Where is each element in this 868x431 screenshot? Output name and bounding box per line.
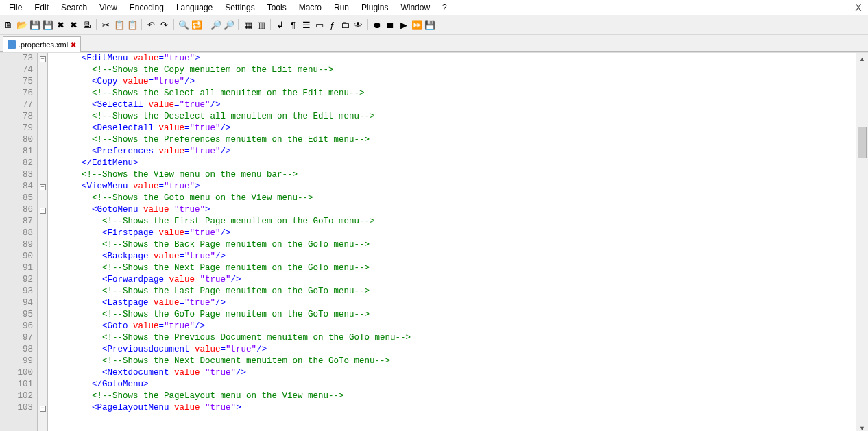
paste-icon[interactable]: 📋 xyxy=(126,19,138,31)
editor: 7374757677787980818283848586878889909192… xyxy=(0,52,868,431)
menu-item-run[interactable]: Run xyxy=(328,1,355,14)
code-line[interactable]: <Previousdocument value="true"/> xyxy=(51,344,856,356)
replace-icon[interactable]: 🔁 xyxy=(191,19,202,31)
fold-empty xyxy=(38,158,47,169)
menu-item-window[interactable]: Window xyxy=(394,1,436,14)
save-macro-icon[interactable]: 💾 xyxy=(424,19,435,31)
open-file-icon[interactable]: 📂 xyxy=(16,19,27,31)
code-line[interactable]: <!--Shows the Select all menuitem on the… xyxy=(51,88,856,99)
fold-empty xyxy=(38,146,47,158)
cut-icon[interactable]: ✂ xyxy=(100,19,112,31)
menu-item-tools[interactable]: Tools xyxy=(261,1,293,14)
code-line[interactable]: <!--Shows the Back Page menuitem on the … xyxy=(51,239,856,251)
wordwrap-icon[interactable]: ↲ xyxy=(274,19,286,31)
close-all-icon[interactable]: ✖ xyxy=(68,19,80,31)
show-all-chars-icon[interactable]: ¶ xyxy=(287,19,299,31)
fold-toggle-icon[interactable]: − xyxy=(38,53,47,64)
save-file-icon[interactable]: 💾 xyxy=(29,19,40,31)
menu-item-view[interactable]: View xyxy=(93,1,123,14)
code-line[interactable]: </GotoMenu> xyxy=(51,379,856,391)
code-line[interactable]: <!--Shows the Preferences menuitem on th… xyxy=(51,134,856,146)
code-line[interactable]: <!--Shows the Next Document menuitem on … xyxy=(51,356,856,367)
vertical-scrollbar[interactable]: ▲ ▼ xyxy=(856,53,868,431)
menu-item-language[interactable]: Language xyxy=(170,1,219,14)
menu-item-search[interactable]: Search xyxy=(55,1,93,14)
code-line[interactable]: <Goto value="true"/> xyxy=(51,321,856,332)
print-icon[interactable]: 🖶 xyxy=(81,19,93,31)
code-line[interactable]: <EditMenu value="true"> xyxy=(51,53,856,64)
code-line[interactable]: <Firstpage value="true"/> xyxy=(51,227,856,239)
play-macro-icon[interactable]: ▶ xyxy=(398,19,409,31)
fold-toggle-icon[interactable]: − xyxy=(38,181,47,193)
code-line[interactable]: <!--Shows the Goto menu on the View menu… xyxy=(51,193,856,204)
scroll-thumb[interactable] xyxy=(858,127,867,158)
menu-item-encoding[interactable]: Encoding xyxy=(123,1,170,14)
new-file-icon[interactable]: 🗎 xyxy=(3,19,14,31)
code-line[interactable]: <!--Shows the Previous Document menuitem… xyxy=(51,332,856,344)
monitor-icon[interactable]: 👁 xyxy=(352,19,364,31)
code-line[interactable]: <!--Shows the Next Page menuitem on the … xyxy=(51,262,856,274)
code-line[interactable]: <!--Shows the GoTo Page menuitem on the … xyxy=(51,309,856,321)
code-line[interactable]: <Preferences value="true"/> xyxy=(51,146,856,158)
fold-empty xyxy=(38,274,47,286)
menu-item-file[interactable]: File xyxy=(3,1,28,14)
code-line[interactable]: <!--Shows the Deselect all menuitem on t… xyxy=(51,111,856,123)
tab-properties-xml[interactable]: .properties.xml ✖ xyxy=(3,36,81,52)
code-line[interactable]: <!--Shows the Copy menuitem on the Edit … xyxy=(51,64,856,76)
doc-map-icon[interactable]: ▭ xyxy=(313,19,325,31)
play-macro-multi-icon[interactable]: ⏩ xyxy=(411,19,422,31)
sync-v-icon[interactable]: ▦ xyxy=(242,19,254,31)
code-line[interactable]: <ViewMenu value="true"> xyxy=(51,181,856,193)
code-line[interactable]: <GotoMenu value="true"> xyxy=(51,204,856,216)
line-number: 91 xyxy=(0,262,33,274)
copy-icon[interactable]: 📋 xyxy=(113,19,125,31)
code-line[interactable]: <Forwardpage value="true"/> xyxy=(51,274,856,286)
function-list-icon[interactable]: ƒ xyxy=(326,19,338,31)
window-close-button[interactable]: X xyxy=(849,2,868,13)
code-line[interactable]: <Backpage value="true"/> xyxy=(51,251,856,262)
fold-toggle-icon[interactable]: − xyxy=(38,204,47,216)
code-area[interactable]: <EditMenu value="true"> <!--Shows the Co… xyxy=(48,53,856,431)
redo-icon[interactable]: ↷ xyxy=(158,19,170,31)
tab-close-icon[interactable]: ✖ xyxy=(71,41,76,49)
scroll-up-arrow-icon[interactable]: ▲ xyxy=(856,53,868,64)
line-number: 97 xyxy=(0,332,33,344)
code-line[interactable]: <Deselectall value="true"/> xyxy=(51,123,856,134)
code-line[interactable]: </EditMenu> xyxy=(51,158,856,169)
menu-item-plugins[interactable]: Plugins xyxy=(355,1,394,14)
line-number: 74 xyxy=(0,64,33,76)
folder-as-workspace-icon[interactable]: 🗀 xyxy=(339,19,351,31)
fold-empty xyxy=(38,193,47,204)
menu-item-edit[interactable]: Edit xyxy=(28,1,55,14)
code-line[interactable]: <Lastpage value="true"/> xyxy=(51,297,856,309)
menu-item-macro[interactable]: Macro xyxy=(293,1,328,14)
find-icon[interactable]: 🔍 xyxy=(178,19,189,31)
zoom-out-icon[interactable]: 🔎 xyxy=(223,19,234,31)
line-number: 96 xyxy=(0,321,33,332)
fold-toggle-icon[interactable]: − xyxy=(38,402,47,414)
code-line[interactable]: <!--Shows the PageLayout menu on the Vie… xyxy=(51,391,856,402)
close-file-icon[interactable]: ✖ xyxy=(55,19,67,31)
sync-h-icon[interactable]: ▥ xyxy=(255,19,267,31)
scroll-down-arrow-icon[interactable]: ▼ xyxy=(856,422,868,431)
line-number: 87 xyxy=(0,216,33,227)
code-line[interactable]: <!--Shows the Last Page menuitem on the … xyxy=(51,286,856,297)
code-line[interactable]: <PagelayoutMenu value="true"> xyxy=(51,402,856,414)
save-all-icon[interactable]: 💾 xyxy=(42,19,53,31)
record-macro-icon[interactable]: ⏺ xyxy=(372,19,383,31)
code-line[interactable]: <Nextdocument value="true"/> xyxy=(51,367,856,379)
code-line[interactable]: <!--Shows the View menu on the menu bar-… xyxy=(51,169,856,181)
zoom-in-icon[interactable]: 🔎 xyxy=(210,19,221,31)
menu-item-settings[interactable]: Settings xyxy=(219,1,261,14)
toolbar-divider xyxy=(270,19,271,30)
indent-guide-icon[interactable]: ☰ xyxy=(300,19,312,31)
line-number: 78 xyxy=(0,111,33,123)
code-line[interactable]: <!--Shows the First Page menuitem on the… xyxy=(51,216,856,227)
stop-macro-icon[interactable]: ⏹ xyxy=(385,19,396,31)
toolbar-divider xyxy=(96,19,97,30)
undo-icon[interactable]: ↶ xyxy=(145,19,157,31)
line-number: 80 xyxy=(0,134,33,146)
code-line[interactable]: <Selectall value="true"/> xyxy=(51,99,856,111)
code-line[interactable]: <Copy value="true"/> xyxy=(51,76,856,88)
menu-item-[interactable]: ? xyxy=(436,1,453,14)
